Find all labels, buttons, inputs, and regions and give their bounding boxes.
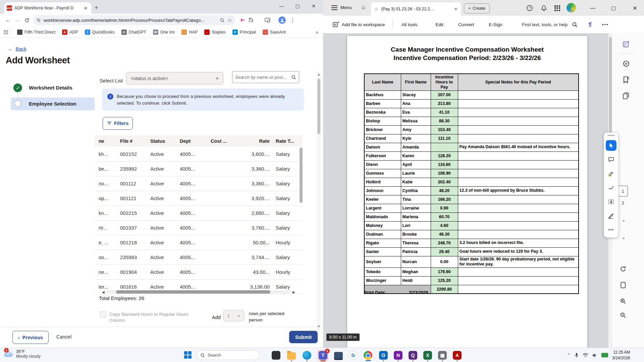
scroll-left-icon[interactable]: ◀	[101, 290, 106, 294]
bookmark-item[interactable]: |QuickBooks	[82, 28, 117, 36]
battery-icon[interactable]	[601, 353, 608, 357]
browser-minimize-button[interactable]: —	[274, 0, 289, 12]
tab-close-icon[interactable]: ✕	[83, 6, 89, 11]
chrome-icon[interactable]	[362, 350, 374, 361]
add-file-button[interactable]: ✦ Add file to workspace	[323, 21, 385, 28]
app-switcher-grid-icon[interactable]	[552, 3, 562, 13]
pane-scrollbar[interactable]: ▲ ▼	[317, 71, 321, 329]
edit-tab[interactable]: Edit	[431, 22, 448, 27]
bookmark-star-icon[interactable]: ☆	[227, 17, 232, 23]
excel-icon[interactable]: X	[422, 350, 433, 361]
create-button[interactable]: + Create	[464, 3, 490, 13]
account-avatar[interactable]	[567, 3, 576, 12]
pink-extension-icon[interactable]	[238, 16, 247, 24]
acrobat-minimize-button[interactable]: —	[588, 3, 597, 13]
column-header[interactable]: Status	[146, 138, 176, 144]
column-header[interactable]: File #	[116, 138, 146, 144]
weather-widget[interactable]: 1 35°F Mostly cloudy	[3, 349, 41, 359]
text-select-tool-icon[interactable]: A	[606, 196, 616, 207]
quickbooks-desktop-icon[interactable]: Q	[407, 350, 419, 361]
page-1-indicator[interactable]: 1	[618, 186, 628, 196]
scroll-right-icon[interactable]: ▶	[291, 290, 297, 294]
teams-icon[interactable]: T1	[317, 350, 329, 361]
ai-summary-icon[interactable]: ✦	[621, 39, 631, 49]
table-row[interactable]: kn...002215Active4005...2,880....Salary	[95, 206, 303, 221]
refresh-view-icon[interactable]	[619, 264, 627, 273]
bookmark-item[interactable]: WOne Inc	[150, 28, 178, 36]
notifications-bell-icon[interactable]	[539, 3, 548, 13]
scroll-down-icon[interactable]: ▼	[317, 325, 321, 328]
highlight-tool-icon[interactable]	[606, 168, 616, 179]
hamburger-menu-icon[interactable]	[331, 5, 337, 10]
comment-tool-icon[interactable]	[606, 154, 616, 165]
drag-handle[interactable]	[607, 135, 615, 136]
convert-tab[interactable]: Convert	[454, 22, 478, 27]
table-row[interactable]: no...001112Active4005...3,360....Salary	[95, 176, 303, 191]
draw-tool-icon[interactable]	[606, 182, 616, 193]
address-bar[interactable]: workforcenow.adp.com/theme/admin.html#/P…	[33, 15, 235, 25]
table-horizontal-scrollbar[interactable]: ◀ ▶	[101, 290, 297, 294]
all-tools-tab[interactable]: All tools	[397, 22, 422, 27]
site-info-icon[interactable]	[36, 18, 41, 22]
browser-tab[interactable]: ADP ADP Workforce Now - Payroll D ✕	[4, 2, 91, 14]
table-row[interactable]: so...235993Active4005...3,744....Salary	[95, 250, 303, 265]
column-header[interactable]: Cost ...	[207, 138, 232, 144]
hidden-icons-chevron[interactable]: ⌃	[567, 353, 571, 358]
start-button[interactable]	[184, 351, 192, 359]
ai-assistant-icon[interactable]: ❡	[588, 21, 592, 28]
back-icon[interactable]: ←	[3, 15, 13, 25]
esign-tab[interactable]: E-Sign	[484, 22, 507, 27]
bookmark-item[interactable]: AADP	[59, 28, 81, 36]
help-icon[interactable]: ?	[525, 3, 534, 13]
more-tools-icon[interactable]: •••	[606, 225, 616, 235]
bookmark-item[interactable]: Fifth Third Direct	[14, 28, 58, 36]
collapse-up-icon[interactable]: ⌃	[621, 219, 627, 225]
browser-close-button[interactable]: ✕	[306, 0, 321, 12]
wifi-icon[interactable]	[583, 353, 588, 357]
bookmarks-panel-icon[interactable]	[621, 75, 631, 85]
submit-button[interactable]: Submit	[289, 331, 318, 343]
find-tools-search[interactable]: Find text, tools, or help	[518, 22, 572, 27]
signature-tool-icon[interactable]	[606, 210, 616, 221]
zoom-search-icon[interactable]	[220, 18, 225, 23]
acrobat-close-button[interactable]: ✕	[630, 3, 640, 13]
reload-icon[interactable]	[22, 15, 32, 25]
calculator-icon[interactable]: ▦	[437, 350, 448, 361]
zoom-out-icon[interactable]	[619, 311, 627, 319]
g-circle-icon[interactable]: G	[347, 350, 359, 361]
tab-close-icon[interactable]: ✕	[454, 7, 458, 11]
bookmarks-overflow-chevron[interactable]: »	[316, 29, 318, 35]
page-2-indicator[interactable]: 2	[617, 200, 629, 205]
column-header[interactable]: Rate T...	[272, 138, 303, 144]
forward-icon[interactable]: →	[13, 15, 22, 25]
collapse-down-icon[interactable]: ⌄	[621, 234, 627, 240]
microphone-icon[interactable]	[575, 353, 579, 358]
column-header[interactable]: Rate	[232, 138, 272, 144]
table-vertical-scrollbar[interactable]	[300, 147, 303, 203]
home-icon[interactable]: ⌂	[362, 4, 365, 11]
scroll-up-icon[interactable]: ▲	[317, 73, 321, 76]
select-list-dropdown[interactable]: <status is active> ▼	[126, 72, 223, 84]
employee-search-input[interactable]: Search by name or posi...	[232, 71, 299, 83]
bookmark-item[interactable]: ~HAP	[179, 28, 200, 36]
table-row[interactable]: op...001121Active4005...3,920....Salary	[95, 191, 303, 206]
table-row[interactable]: kh...002152Active4005...3,600....Salary	[95, 147, 303, 162]
new-tab-button[interactable]: +	[95, 4, 98, 11]
speaker-icon[interactable]	[592, 353, 597, 358]
system-monitor-icon[interactable]	[333, 350, 344, 361]
previous-button[interactable]: ‹ Previous	[12, 331, 49, 344]
more-tools-ellipsis-icon[interactable]: •••	[602, 22, 609, 27]
column-header[interactable]: Dept	[176, 138, 207, 144]
screen-clip-icon[interactable]	[270, 350, 282, 361]
star-icon[interactable]: ☆	[374, 6, 379, 12]
copy-standard-hours-checkbox[interactable]	[100, 311, 106, 317]
back-link[interactable]: ← Back	[8, 46, 26, 52]
add-rows-dropdown[interactable]: 1 ▼	[223, 310, 244, 321]
filters-button[interactable]: Filters	[103, 117, 133, 130]
table-row[interactable]: rtr...002337Active4005...3,760....Salary	[95, 221, 303, 235]
edge-icon[interactable]	[301, 350, 313, 361]
onenote-icon[interactable]: N	[392, 350, 404, 361]
browser-menu-kebab-icon[interactable]: ⋮	[288, 15, 297, 25]
step-worksheet-details[interactable]: Worksheet Details	[29, 85, 72, 90]
acrobat-icon[interactable]: A	[451, 350, 463, 361]
